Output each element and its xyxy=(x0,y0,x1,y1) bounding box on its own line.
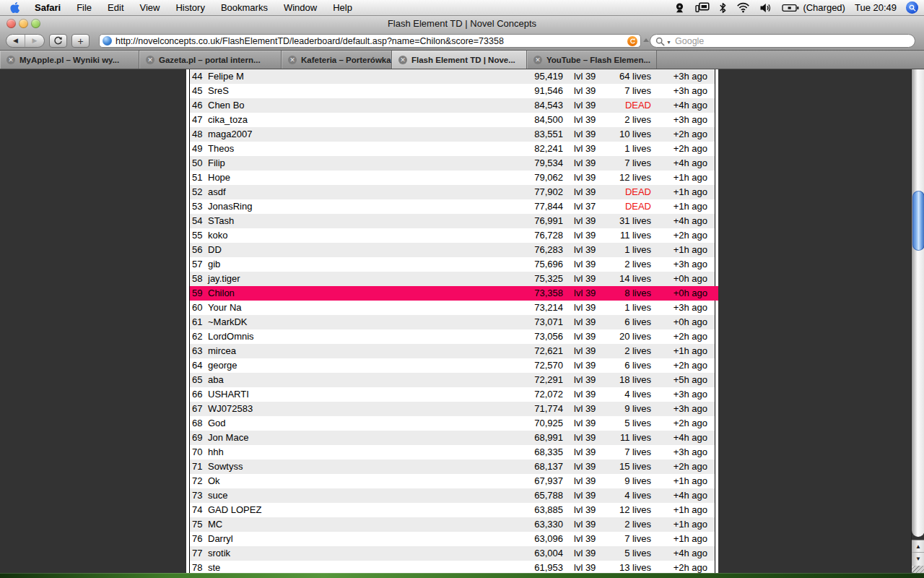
snapback-icon[interactable] xyxy=(627,36,637,46)
leaderboard-row: 70hhh68,335lvl 397 lives+3h ago xyxy=(190,445,715,460)
menu-view[interactable]: View xyxy=(132,2,168,13)
menu-file[interactable]: File xyxy=(69,2,100,13)
wifi-icon[interactable] xyxy=(736,2,750,13)
apple-icon xyxy=(10,2,19,13)
tab-4-active[interactable]: ✕Flash Element TD | Nove... xyxy=(392,51,527,69)
cell-level: lvl 39 xyxy=(574,315,603,329)
scrollbar-thumb[interactable] xyxy=(912,191,924,251)
cell-rank: 57 xyxy=(190,257,208,272)
cell-rank: 59 xyxy=(190,286,208,301)
cell-score: 72,570 xyxy=(491,358,563,373)
tab-close-icon[interactable]: ✕ xyxy=(533,56,542,64)
cell-score: 63,885 xyxy=(491,503,563,517)
tab-close-icon[interactable]: ✕ xyxy=(146,56,154,64)
add-bookmark-button[interactable]: + xyxy=(71,34,90,48)
cell-level: lvl 39 xyxy=(574,69,603,84)
cell-rank: 68 xyxy=(190,416,208,431)
cell-lives: 6 lives xyxy=(606,315,651,329)
forward-button[interactable]: ▶ xyxy=(25,35,44,47)
cell-score: 77,844 xyxy=(491,199,563,214)
globe-favicon-icon xyxy=(103,36,112,46)
cell-name: koko xyxy=(208,228,491,243)
tab-label: Gazeta.pl – portal intern... xyxy=(159,56,261,64)
leaderboard-row: 45SreS91,546lvl 397 lives+3h ago xyxy=(190,84,715,98)
cell-name: Jon Mace xyxy=(208,431,491,445)
search-input[interactable] xyxy=(675,35,906,47)
scroll-up-arrow[interactable]: ▲ xyxy=(912,540,924,553)
cell-level: lvl 39 xyxy=(574,402,603,416)
cell-level: lvl 39 xyxy=(574,460,603,474)
tab-1[interactable]: ✕MyApple.pl – Wyniki wy... xyxy=(0,51,139,69)
cell-score: 79,534 xyxy=(491,156,563,171)
cell-rank: 52 xyxy=(190,185,208,199)
cell-score: 76,283 xyxy=(491,243,563,257)
tab-close-icon[interactable]: ✕ xyxy=(398,56,407,64)
cell-ago: +2h ago xyxy=(664,127,707,142)
field-resize-handle[interactable] xyxy=(643,38,649,42)
back-button[interactable]: ◀ xyxy=(6,35,25,47)
camera-menu-icon[interactable] xyxy=(674,2,686,14)
displays-icon[interactable] xyxy=(695,2,710,13)
tab-2[interactable]: ✕Gazeta.pl – portal intern... xyxy=(139,51,282,69)
cell-lives: 18 lives xyxy=(606,373,651,387)
cell-ago: +3h ago xyxy=(664,84,707,98)
window-resize-grip[interactable] xyxy=(912,566,924,573)
tab-3[interactable]: ✕Kafeteria – Porterówka xyxy=(282,51,392,69)
cell-score: 82,241 xyxy=(491,142,563,156)
url-input[interactable] xyxy=(116,35,625,47)
cell-name: hhh xyxy=(208,445,491,460)
spotlight-icon[interactable] xyxy=(906,1,918,14)
cell-score: 76,728 xyxy=(491,228,563,243)
leaderboard-row-highlighted: 59Chilon73,358lvl 398 lives+0h ago xyxy=(190,286,718,301)
cell-score: 73,071 xyxy=(491,315,563,329)
cell-ago: +0h ago xyxy=(664,315,707,329)
menu-window[interactable]: Window xyxy=(276,2,325,13)
apple-menu[interactable] xyxy=(0,2,27,13)
menu-clock[interactable]: Tue 20:49 xyxy=(855,2,897,13)
window-title: Flash Element TD | Novel Concepts xyxy=(0,18,924,29)
cell-lives: 6 lives xyxy=(606,358,651,373)
scrollbar-track[interactable] xyxy=(912,69,924,537)
cell-rank: 65 xyxy=(190,373,208,387)
tab-5[interactable]: ✕YouTube – Flash Elemen... xyxy=(527,51,657,69)
leaderboard-row: 61~MarkDK73,071lvl 396 lives+0h ago xyxy=(190,315,715,329)
cell-score: 75,325 xyxy=(491,272,563,286)
tab-close-icon[interactable]: ✕ xyxy=(6,56,15,64)
cell-score: 95,419 xyxy=(491,69,563,84)
window-title-bar: Flash Element TD | Novel Concepts xyxy=(0,16,924,32)
leaderboard-row: 77srotik63,004lvl 395 lives+4h ago xyxy=(190,546,715,561)
cell-ago: +4h ago xyxy=(664,431,707,445)
menu-bookmarks[interactable]: Bookmarks xyxy=(213,2,276,13)
cell-ago: +1h ago xyxy=(664,199,707,214)
menu-safari[interactable]: Safari xyxy=(27,2,69,13)
reload-button[interactable] xyxy=(49,34,67,48)
tab-close-icon[interactable]: ✕ xyxy=(288,56,297,64)
cell-level: lvl 39 xyxy=(574,257,603,272)
cell-lives: 11 lives xyxy=(606,431,651,445)
cell-level: lvl 39 xyxy=(574,329,603,344)
cell-lives: 1 lives xyxy=(606,301,651,315)
cell-lives: 7 lives xyxy=(606,445,651,460)
leaderboard-row: 73suce65,788lvl 394 lives+4h ago xyxy=(190,488,715,503)
cell-lives: 5 lives xyxy=(606,416,651,431)
cell-ago: +2h ago xyxy=(664,358,707,373)
cell-score: 71,774 xyxy=(491,402,563,416)
cell-level: lvl 39 xyxy=(574,358,603,373)
scroll-down-arrow[interactable]: ▼ xyxy=(912,553,924,565)
menu-help[interactable]: Help xyxy=(325,2,360,13)
leaderboard-row: 68God70,925lvl 395 lives+2h ago xyxy=(190,416,715,431)
battery-indicator[interactable]: (Charged) xyxy=(782,2,845,13)
cell-score: 76,991 xyxy=(491,214,563,228)
volume-icon[interactable] xyxy=(759,3,772,13)
search-options-chevron-icon[interactable]: ▼ xyxy=(666,40,671,45)
menu-history[interactable]: History xyxy=(167,2,212,13)
leaderboard-row: 63mircea72,621lvl 392 lives+1h ago xyxy=(190,344,715,358)
leaderboard-row: 72Ok67,937lvl 399 lives+1h ago xyxy=(190,474,715,488)
bluetooth-icon[interactable] xyxy=(719,2,727,14)
cell-score: 84,543 xyxy=(491,98,563,113)
cell-name: Chilon xyxy=(208,286,491,301)
cell-score: 63,330 xyxy=(491,517,563,532)
leaderboard-row: 51Hope79,062lvl 3912 lives+1h ago xyxy=(190,171,715,185)
menu-edit[interactable]: Edit xyxy=(100,2,131,13)
cell-name: asdf xyxy=(208,185,491,199)
